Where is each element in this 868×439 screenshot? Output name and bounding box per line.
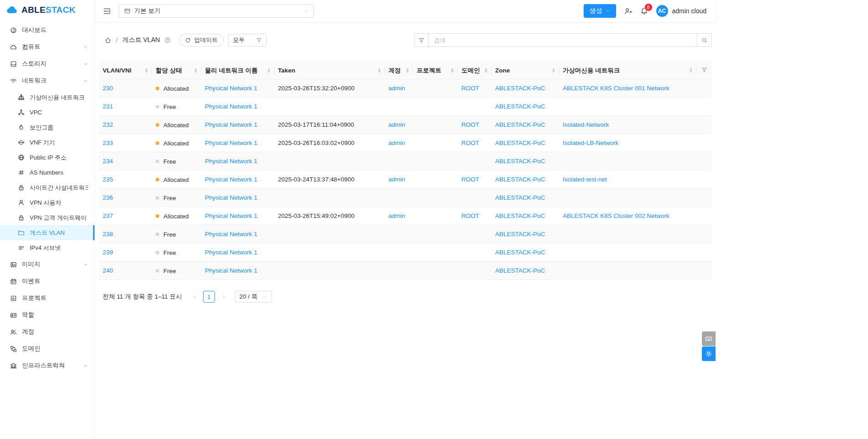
table-row[interactable]: 234FreePhysical Network 1ABLESTACK-PoC <box>99 152 712 170</box>
brand-logo[interactable]: ABLESTACK <box>0 0 94 20</box>
next-page-button[interactable] <box>219 291 229 303</box>
column-header-state[interactable]: 할당 상태▲▼ <box>152 62 201 79</box>
zone-link[interactable]: ABLESTACK-PoC <box>495 158 545 165</box>
search-button[interactable] <box>697 33 712 47</box>
domain-link[interactable]: ROOT <box>461 212 479 219</box>
sidebar-item-vpn-customer-gateway[interactable]: VPN 고객 게이트웨이 <box>0 210 94 225</box>
vlan-link[interactable]: 231 <box>103 103 113 110</box>
sidebar-item-site-to-site-vpn[interactable]: 사이트간 사설네트워크(VP... <box>0 180 94 195</box>
help-icon[interactable] <box>164 37 171 43</box>
sidebar-item-infrastructure[interactable]: 인프라스트럭쳐 <box>0 358 94 373</box>
table-row[interactable]: 238FreePhysical Network 1ABLESTACK-PoC <box>99 225 712 243</box>
physical_network-link[interactable]: Physical Network 1 <box>205 231 257 238</box>
domain-link[interactable]: ROOT <box>461 139 479 146</box>
table-row[interactable]: 233AllocatedPhysical Network 12025-03-26… <box>99 134 712 152</box>
sort-carets[interactable]: ▲▼ <box>406 68 409 73</box>
sidebar-item-storage[interactable]: 스토리지 <box>0 56 94 72</box>
zone-link[interactable]: ABLESTACK-PoC <box>495 249 545 256</box>
zone-link[interactable]: ABLESTACK-PoC <box>495 176 545 183</box>
notifications-button[interactable]: 8 <box>640 7 648 15</box>
zone-link[interactable]: ABLESTACK-PoC <box>495 194 545 201</box>
account-link[interactable]: admin <box>388 176 405 183</box>
vm_network-link[interactable]: ABLESTACK K8S Cluster 001 Network <box>563 85 669 92</box>
physical_network-link[interactable]: Physical Network 1 <box>205 121 257 128</box>
column-header-taken[interactable]: Taken▲▼ <box>274 62 385 79</box>
vlan-link[interactable]: 233 <box>103 139 113 146</box>
zone-link[interactable]: ABLESTACK-PoC <box>495 267 545 274</box>
domain-link[interactable]: ROOT <box>461 121 479 128</box>
vlan-link[interactable]: 236 <box>103 194 113 201</box>
table-row[interactable]: 239FreePhysical Network 1ABLESTACK-PoC <box>99 243 712 262</box>
account-link[interactable]: admin <box>388 139 405 146</box>
table-row[interactable]: 236FreePhysical Network 1ABLESTACK-PoC <box>99 189 712 207</box>
vlan-link[interactable]: 232 <box>103 121 113 128</box>
sort-carets[interactable]: ▲▼ <box>552 68 555 73</box>
column-header-domain[interactable]: 도메인▲▼ <box>458 62 492 79</box>
vm_network-link[interactable]: ABLESTACK K8S Cluster 002 Network <box>563 212 669 219</box>
zone-link[interactable]: ABLESTACK-PoC <box>495 85 545 92</box>
sort-carets[interactable]: ▲▼ <box>267 68 271 73</box>
table-row[interactable]: 237AllocatedPhysical Network 12025-03-26… <box>99 207 712 225</box>
vm_network-link[interactable]: Isolated-LB-Network <box>563 139 618 146</box>
sidebar-item-images[interactable]: 이미지 <box>0 257 94 272</box>
sidebar-item-as-numbers[interactable]: AS Numbers <box>0 165 94 180</box>
search-input[interactable] <box>429 33 697 47</box>
current-page[interactable]: 1 <box>203 291 215 303</box>
sidebar-item-security-group[interactable]: 보안그룹 <box>0 120 94 135</box>
table-row[interactable]: 231FreePhysical Network 1ABLESTACK-PoC <box>99 98 712 116</box>
prev-page-button[interactable] <box>189 291 199 303</box>
sidebar-item-dashboard[interactable]: 대시보드 <box>0 22 94 38</box>
zone-link[interactable]: ABLESTACK-PoC <box>495 231 545 238</box>
sidebar-item-projects[interactable]: 프로젝트 <box>0 290 94 306</box>
zone-link[interactable]: ABLESTACK-PoC <box>495 139 545 146</box>
table-row[interactable]: 230AllocatedPhysical Network 12025-03-26… <box>99 79 712 98</box>
physical_network-link[interactable]: Physical Network 1 <box>205 158 257 165</box>
settings-button[interactable] <box>702 346 716 361</box>
vlan-link[interactable]: 235 <box>103 176 113 183</box>
column-header-project[interactable]: 프로젝트▲▼ <box>413 62 458 79</box>
sidebar-item-vnf-appliance[interactable]: VNF 기기 <box>0 135 94 150</box>
column-header-account[interactable]: 계정▲▼ <box>385 62 413 79</box>
sort-carets[interactable]: ▲▼ <box>450 68 454 73</box>
vlan-link[interactable]: 237 <box>103 212 113 219</box>
refresh-button[interactable]: 업데이트 <box>179 34 224 46</box>
physical_network-link[interactable]: Physical Network 1 <box>205 103 257 110</box>
column-settings-button[interactable] <box>696 62 712 79</box>
vlan-link[interactable]: 234 <box>103 158 113 165</box>
sidebar-item-compute[interactable]: 컴퓨트 <box>0 39 94 55</box>
column-header-zone[interactable]: Zone▲▼ <box>492 62 559 79</box>
table-row[interactable]: 232AllocatedPhysical Network 12025-03-17… <box>99 116 712 134</box>
sort-carets[interactable]: ▲▼ <box>484 68 488 73</box>
sort-carets[interactable]: ▲▼ <box>377 68 381 73</box>
physical_network-link[interactable]: Physical Network 1 <box>205 194 257 201</box>
sort-carets[interactable]: ▲▼ <box>145 68 148 73</box>
vlan-link[interactable]: 239 <box>103 249 113 256</box>
sidebar-item-domains[interactable]: 도메인 <box>0 341 94 356</box>
sidebar-item-public-ip[interactable]: Public IP 주소 <box>0 150 94 165</box>
user-menu[interactable]: AC admin cloud <box>656 5 707 17</box>
home-icon[interactable] <box>105 37 111 44</box>
sidebar-item-events[interactable]: 이벤트 <box>0 274 94 289</box>
sidebar-item-guest-vlan[interactable]: 게스트 VLAN <box>0 225 94 240</box>
column-header-vm_network[interactable]: 가상머신용 네트워크▲▼ <box>559 62 696 79</box>
sidebar-item-vpc[interactable]: VPC <box>0 105 94 120</box>
sort-carets[interactable]: ▲▼ <box>194 68 198 73</box>
user-add-icon[interactable] <box>624 7 632 15</box>
vm_network-link[interactable]: Isolated-test-net <box>563 176 607 183</box>
vlan-link[interactable]: 230 <box>103 85 113 92</box>
zone-link[interactable]: ABLESTACK-PoC <box>495 121 545 128</box>
create-button[interactable]: 생성 <box>584 4 616 18</box>
physical_network-link[interactable]: Physical Network 1 <box>205 176 257 183</box>
column-header-physical_network[interactable]: 물리 네트워크 이름▲▼ <box>201 62 274 79</box>
physical_network-link[interactable]: Physical Network 1 <box>205 139 257 146</box>
account-link[interactable]: admin <box>388 212 405 219</box>
view-mode-select[interactable]: 기본 보기 <box>119 4 314 18</box>
sidebar-item-accounts[interactable]: 계정 <box>0 324 94 340</box>
sidebar-item-network[interactable]: 네트워크 <box>0 73 94 88</box>
table-row[interactable]: 235AllocatedPhysical Network 12025-03-24… <box>99 170 712 189</box>
vlan-link[interactable]: 238 <box>103 231 113 238</box>
zone-link[interactable]: ABLESTACK-PoC <box>495 212 545 219</box>
physical_network-link[interactable]: Physical Network 1 <box>205 212 257 219</box>
sort-carets[interactable]: ▲▼ <box>689 68 693 73</box>
account-link[interactable]: admin <box>388 85 405 92</box>
